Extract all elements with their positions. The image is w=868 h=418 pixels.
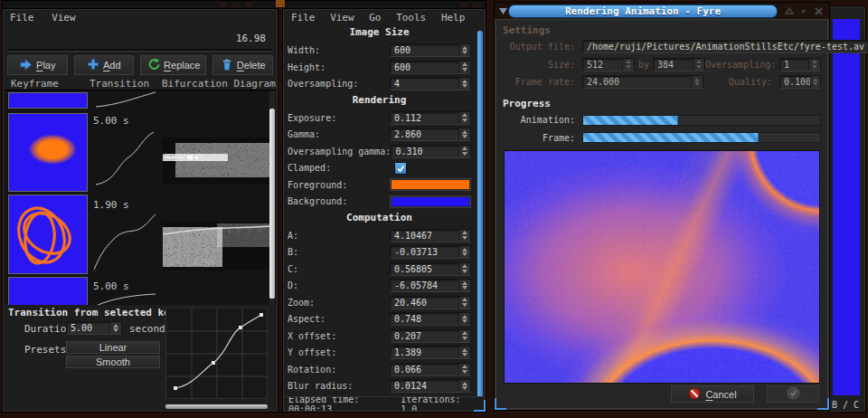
add-button[interactable]: Add xyxy=(74,55,135,75)
blur-radius-input[interactable]: 0.0124 xyxy=(390,379,471,393)
transition-curve-cell[interactable] xyxy=(90,90,159,109)
y-offset-input[interactable]: 1.389 xyxy=(390,346,471,359)
gamma-input[interactable]: 2.860 xyxy=(390,128,471,141)
transition-curve-cell[interactable] xyxy=(90,210,159,273)
spin-buttons[interactable] xyxy=(693,59,704,71)
spin-buttons[interactable] xyxy=(458,246,470,258)
height-value: 600 xyxy=(391,62,414,73)
delete-button[interactable]: Delete xyxy=(212,55,273,75)
cancel-button[interactable]: Cancel xyxy=(671,385,754,403)
resize-grip[interactable] xyxy=(495,398,506,410)
menu-tools[interactable]: Tools xyxy=(396,12,426,24)
spin-buttons[interactable] xyxy=(458,62,470,73)
resize-grip[interactable] xyxy=(474,400,486,412)
seek-slider[interactable] xyxy=(9,49,271,52)
rotation-input[interactable]: 0.066 xyxy=(390,363,471,376)
minimize-icon[interactable] xyxy=(797,5,808,16)
size-width-input[interactable]: 512 xyxy=(582,58,635,71)
column-header-transition[interactable]: Transition xyxy=(90,78,149,90)
width-input[interactable]: 600 xyxy=(390,43,471,57)
keyframe-thumbnail[interactable] xyxy=(8,195,88,274)
clamped-checkbox[interactable] xyxy=(394,162,407,175)
oversampling-input[interactable]: 1 xyxy=(779,58,821,71)
a-input[interactable]: 4.10467 xyxy=(390,229,471,242)
b-input[interactable]: -0.03713 xyxy=(390,245,471,259)
spin-buttons[interactable] xyxy=(458,297,470,309)
menu-view[interactable]: View xyxy=(52,12,76,24)
spin-buttons[interactable] xyxy=(622,59,634,71)
replace-icon xyxy=(146,58,160,73)
column-header-keyframe[interactable]: Keyframe xyxy=(11,78,59,90)
spin-buttons[interactable] xyxy=(691,76,703,88)
dialog-titlebar[interactable]: Rendering Animation - Fyre xyxy=(495,3,829,19)
d-input[interactable]: -6.05784 xyxy=(390,279,471,292)
keyframe-thumbnail[interactable] xyxy=(8,92,88,109)
replace-button[interactable]: Replace xyxy=(140,55,206,75)
spin-buttons[interactable] xyxy=(109,322,121,334)
quality-input[interactable]: 0.100 xyxy=(779,75,821,89)
animation-progress-row: Animation: xyxy=(503,113,821,127)
menu-file[interactable]: File xyxy=(10,12,34,24)
height-input[interactable]: 600 xyxy=(390,61,471,74)
play-button[interactable]: Play xyxy=(7,55,68,75)
spin-buttons[interactable] xyxy=(808,59,820,71)
spin-buttons[interactable] xyxy=(458,347,470,358)
menu-view[interactable]: View xyxy=(330,12,354,24)
keyframe-thumbnail[interactable] xyxy=(8,113,88,192)
main-view-image xyxy=(833,19,860,395)
transition-curve-cell[interactable] xyxy=(90,127,159,190)
parameters-scrollbar[interactable] xyxy=(477,31,483,399)
scrollbar-thumb[interactable] xyxy=(269,109,275,299)
elapsed-time: Elapsed time: 00:00:13 xyxy=(288,396,401,411)
spin-buttons[interactable] xyxy=(458,313,470,325)
status-bar: Elapsed time: 00:00:13 Iterations: 1.0 xyxy=(284,396,485,411)
curve-editor-scrollbar[interactable] xyxy=(165,404,268,409)
aspect-input[interactable]: 0.748 xyxy=(390,312,471,326)
ok-button[interactable] xyxy=(767,385,819,403)
transition-curve-editor[interactable] xyxy=(165,308,268,399)
spin-buttons[interactable] xyxy=(458,364,470,375)
spin-buttons[interactable] xyxy=(458,263,470,275)
exposure-input[interactable]: 0.112 xyxy=(390,111,471,125)
spin-buttons[interactable] xyxy=(458,280,470,291)
field-row-background: Background: xyxy=(288,195,471,208)
transition-curve-cell[interactable] xyxy=(90,291,159,305)
spin-buttons[interactable] xyxy=(458,380,470,392)
oversampling-input[interactable]: 4 xyxy=(390,77,471,90)
maximize-icon[interactable] xyxy=(784,5,795,16)
foreground-color-button[interactable] xyxy=(390,178,471,191)
oversampling-gamma-input[interactable]: 0.310 xyxy=(391,145,471,158)
zoom-input[interactable]: 20.460 xyxy=(390,296,471,309)
spin-buttons[interactable] xyxy=(458,128,470,140)
spin-buttons[interactable] xyxy=(458,112,470,124)
column-header-bifurcation[interactable]: Bifurcation Diagram xyxy=(162,78,276,90)
resize-grip[interactable] xyxy=(817,398,829,410)
output-file-input[interactable]: /home/ruji/Pictures/AnimationStillsEtc/f… xyxy=(582,40,868,53)
c-input[interactable]: 0.56805 xyxy=(390,262,471,276)
menu-help[interactable]: Help xyxy=(441,12,466,24)
field-row-rotation: Rotation:0.066 xyxy=(288,363,471,376)
spin-buttons[interactable] xyxy=(458,230,470,242)
preset-linear-button[interactable]: Linear xyxy=(66,341,160,354)
close-icon[interactable] xyxy=(813,5,824,16)
bifurcation-diagram xyxy=(163,222,273,271)
spin-buttons[interactable] xyxy=(458,146,470,157)
spin-buttons[interactable] xyxy=(458,78,470,90)
scrollbar-thumb[interactable] xyxy=(477,31,483,399)
menu-file[interactable]: File xyxy=(291,12,316,24)
spin-buttons[interactable] xyxy=(458,330,470,342)
trash-icon xyxy=(221,58,233,73)
window-menu-icon[interactable] xyxy=(497,5,508,16)
x-offset-input[interactable]: 0.207 xyxy=(390,329,471,343)
background-color-button[interactable] xyxy=(390,195,471,208)
preset-smooth-button[interactable]: Smooth xyxy=(66,356,160,368)
size-height-input[interactable]: 384 xyxy=(653,58,705,71)
blur-radius-label: Blur radius: xyxy=(288,381,390,391)
spin-buttons[interactable] xyxy=(810,76,820,88)
spin-buttons[interactable] xyxy=(458,44,470,56)
keyframe-thumbnail[interactable] xyxy=(8,277,88,305)
menu-go[interactable]: Go xyxy=(369,12,381,24)
keyframe-list-scrollbar[interactable] xyxy=(269,90,275,305)
frame-rate-input[interactable]: 24.000 xyxy=(582,75,703,89)
duration-input[interactable]: 5.00 xyxy=(66,321,122,335)
